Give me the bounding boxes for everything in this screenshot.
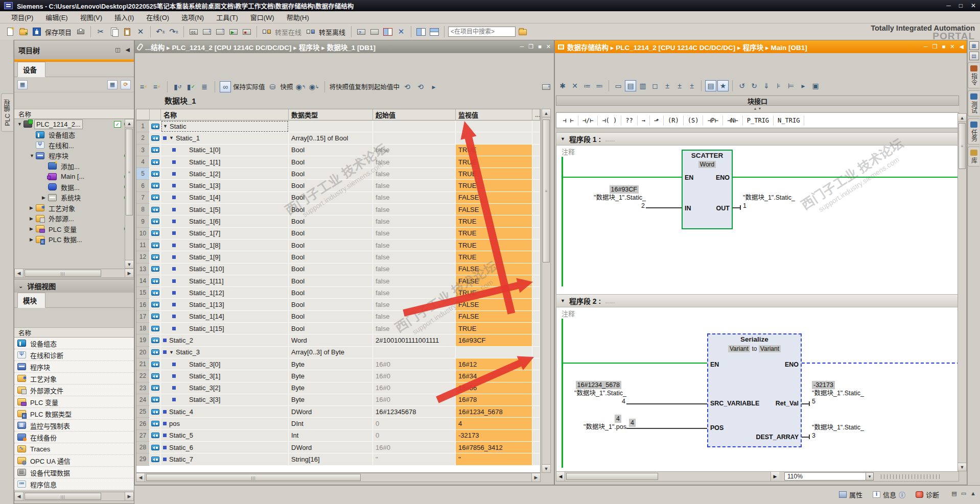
cell-startvalue[interactable]: false	[373, 204, 456, 215]
expander-icon[interactable]: ▶	[30, 205, 36, 210]
insert-row-icon[interactable]: ≡⚡	[138, 81, 149, 92]
cell-startvalue[interactable]: false	[373, 251, 456, 263]
ret-operand[interactable]: -32173 "数据块_1".Static_ 5	[812, 381, 889, 405]
hide-tags-icon[interactable]: ±	[686, 80, 697, 91]
tree-filter-icon[interactable]: ▦	[17, 80, 28, 89]
block-interface-bar[interactable]: 块接口	[556, 95, 959, 106]
cell-monitorvalue[interactable]: 16#93CF	[456, 334, 532, 346]
upload-from-device-icon[interactable]	[214, 26, 226, 38]
table-row[interactable]: 22Static_3[1]Byte16#016#34	[136, 370, 540, 382]
expander-icon[interactable]: ▶	[42, 195, 48, 200]
delete-network-icon[interactable]: ✕	[569, 80, 580, 91]
detail-list-item[interactable]: 监控与强制表	[14, 420, 134, 431]
cell-startvalue[interactable]: false	[373, 156, 456, 168]
maximize-icon[interactable]: □	[959, 2, 963, 9]
split-horizontal-icon[interactable]	[415, 26, 427, 38]
zoom-select[interactable]: 110% ▼	[784, 472, 874, 481]
cell-startvalue[interactable]: 16#0	[373, 370, 456, 382]
col-monitorvalue[interactable]: 监视值	[456, 109, 532, 120]
favorite-element-1[interactable]: ⊣/⊢	[578, 115, 598, 126]
cell-startvalue[interactable]	[373, 347, 456, 358]
insert-network-icon[interactable]: ✱	[557, 80, 568, 91]
cell-name[interactable]: Static_1[7]	[161, 228, 289, 239]
cell-name[interactable]: Static_7	[161, 453, 289, 465]
copy-icon[interactable]	[108, 26, 120, 38]
cell-name[interactable]: Static_1[2]	[161, 168, 289, 180]
table-row[interactable]: 25Static_4DWord16#1234567816#1234_5678	[136, 406, 540, 418]
cell-datatype[interactable]: Bool	[289, 228, 373, 239]
cell-datatype[interactable]: Byte	[289, 370, 373, 382]
operand-index[interactable]: 2	[577, 202, 646, 210]
row-number[interactable]: 28	[136, 442, 150, 453]
favorite-element-8[interactable]: ⊣P⊢	[703, 115, 723, 126]
cell-startvalue[interactable]: false	[373, 323, 456, 334]
cell-startvalue[interactable]: false	[373, 299, 456, 310]
scroll-up-icon[interactable]: ▲	[125, 119, 133, 128]
favorite-element-10[interactable]: P_TRIG	[743, 115, 774, 126]
detail-list-item[interactable]: 设备组态	[14, 338, 134, 349]
row-number[interactable]: 27	[136, 430, 150, 442]
menu-item-5[interactable]: 选项(N)	[175, 11, 210, 23]
row-number[interactable]: 22	[136, 370, 150, 382]
detail-list-item[interactable]: 程序信息	[14, 478, 134, 490]
cell-datatype[interactable]: Bool	[289, 145, 373, 156]
cell-startvalue[interactable]: 16#12345678	[373, 406, 456, 418]
collapse-boxes-icon[interactable]: ±	[674, 80, 685, 91]
favorite-element-3[interactable]: ??	[621, 115, 637, 126]
table-row[interactable]: 14Static_1[11]BoolfalseFALSE	[136, 275, 540, 287]
tree-item[interactable]: 添加...	[14, 161, 134, 172]
pin-eno[interactable]: ENO	[785, 361, 799, 368]
task-card-tab-1[interactable]: 测试	[968, 90, 979, 116]
add-row-icon[interactable]: ≡⚡	[151, 81, 162, 92]
operand-index[interactable]: 3	[812, 431, 889, 440]
pin-in[interactable]: IN	[685, 205, 691, 212]
cell-name[interactable]: pos	[161, 418, 289, 429]
row-number[interactable]: 2	[136, 132, 150, 144]
tree-item[interactable]: ▶PLC 变量	[14, 224, 134, 234]
operand-name[interactable]: "数据块_1".Static_	[557, 389, 626, 397]
load-start-values-icon[interactable]: ⛁	[267, 81, 278, 92]
monitor-all-icon[interactable]: ∞	[220, 81, 231, 92]
detail-view-header[interactable]: ⌄ 详细视图	[14, 279, 134, 293]
redo-jump-icon[interactable]: ↻	[749, 80, 760, 91]
expander-icon[interactable]: ▶	[30, 216, 36, 221]
db-editor-header[interactable]: ...结构 ▸ PLC_1214_2 [CPU 1214C DC/DC/DC] …	[135, 40, 554, 53]
reset-start-values-icon[interactable]: ▮↺	[172, 81, 183, 92]
task-card-tab-0[interactable]: 指令	[968, 62, 979, 88]
chevron-down-icon[interactable]: ▼	[866, 473, 873, 480]
insert-row-icon[interactable]: ≔	[581, 80, 593, 91]
interface-splitter[interactable]: ▲▼	[556, 106, 959, 111]
scroll-down-icon[interactable]: ▼	[958, 463, 966, 471]
table-row[interactable]: 26posDInt04	[136, 418, 540, 429]
properties-button[interactable]: 属性	[839, 490, 862, 499]
expander-icon[interactable]: ▶	[30, 226, 36, 231]
menu-item-6[interactable]: 工具(T)	[210, 11, 244, 23]
cell-datatype[interactable]: Bool	[289, 215, 373, 227]
cell-datatype[interactable]: Bool	[289, 299, 373, 310]
operand-name[interactable]: "数据块_1".Static_	[743, 194, 814, 202]
cell-monitorvalue[interactable]: 4	[456, 418, 532, 429]
cell-monitorvalue[interactable]: 16#56	[456, 382, 532, 394]
start-cpu-icon[interactable]: ▶	[227, 26, 240, 38]
operand-index[interactable]: 4	[557, 397, 626, 405]
row-number[interactable]: 4	[136, 156, 150, 168]
tree-item[interactable]: ▼程序块	[14, 151, 134, 161]
pin-pos[interactable]: POS	[710, 424, 724, 431]
cell-startvalue[interactable]	[373, 121, 456, 132]
collapse-network-icon[interactable]: ▼	[561, 136, 565, 141]
cell-name[interactable]: Static_1[8]	[161, 239, 289, 251]
cell-monitorvalue[interactable]: TRUE	[456, 215, 532, 227]
cell-name[interactable]: Static_1[3]	[161, 180, 289, 191]
scroll-left-icon[interactable]: ◀	[15, 269, 24, 277]
cell-startvalue[interactable]: false	[373, 287, 456, 299]
load-values2-icon[interactable]: ⟲	[415, 81, 426, 92]
network2-canvas[interactable]: Serialize Variant to Variant EN ENO SRC_…	[556, 319, 959, 471]
cell-datatype[interactable]: Bool	[289, 168, 373, 180]
table-row[interactable]: 13Static_1[10]BoolfalseFALSE	[136, 263, 540, 275]
cell-monitorvalue[interactable]: FALSE	[456, 299, 532, 310]
pin-src-variable[interactable]: SRC_VARIABLE	[710, 400, 759, 407]
in-operand[interactable]: 16#93CF "数据块_1".Static_ 2	[577, 185, 646, 210]
cell-datatype[interactable]: Bool	[289, 275, 373, 287]
cell-datatype[interactable]: Bool	[289, 180, 373, 191]
task-card-tab-2[interactable]: 任务	[968, 118, 979, 145]
